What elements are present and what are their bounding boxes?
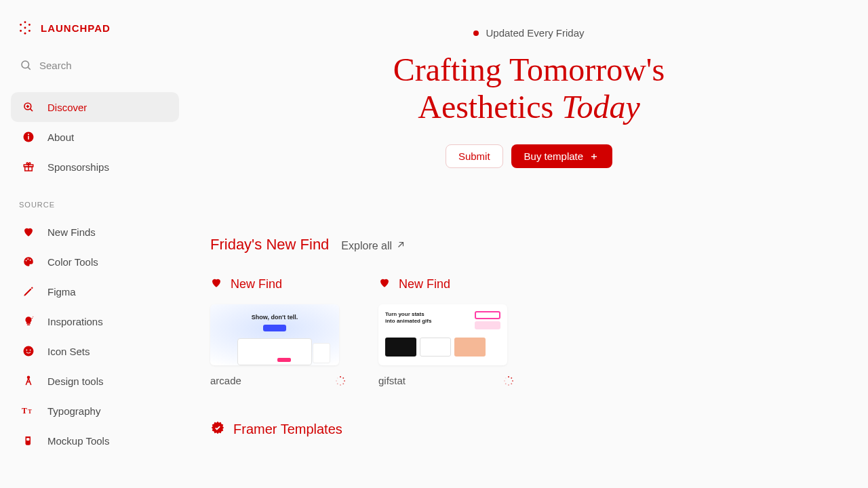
status-dot-icon: [473, 30, 479, 36]
verified-badge-icon: [210, 420, 225, 438]
pen-icon: [22, 285, 35, 298]
explore-all-link[interactable]: Explore all: [341, 240, 406, 252]
svg-point-28: [28, 376, 30, 378]
svg-point-52: [504, 380, 505, 382]
search-input-row[interactable]: [11, 53, 179, 77]
badge-label: New Find: [231, 277, 282, 291]
brand-name: LAUNCHPAD: [41, 22, 111, 34]
section-new-find-header: Friday's New Find Explore all: [210, 236, 848, 253]
nav-item-design-tools[interactable]: Design tools: [11, 366, 179, 396]
hero-title: Crafting Tomorrow's Aesthetics Today: [393, 51, 665, 125]
nav-item-mockup-tools[interactable]: Mockup Tools: [11, 426, 179, 455]
card-arcade[interactable]: New Find Show, don't tell. arcade: [210, 277, 346, 386]
nav-item-sponsorships[interactable]: Sponsorships: [11, 152, 179, 182]
svg-point-19: [26, 260, 27, 262]
nav-label: New Finds: [47, 226, 96, 238]
nav-label: Discover: [47, 102, 87, 113]
update-tag: Updated Every Friday: [473, 27, 584, 39]
svg-point-25: [24, 346, 34, 357]
svg-point-40: [344, 380, 345, 382]
thumb-caption: Show, don't tell.: [252, 314, 298, 321]
svg-point-39: [342, 378, 344, 379]
svg-point-50: [508, 384, 509, 386]
svg-point-49: [511, 383, 512, 384]
svg-rect-14: [28, 136, 29, 140]
nav-item-insporations[interactable]: Insporations: [11, 306, 179, 336]
card-gifstat[interactable]: New Find Turn your stats into animated g…: [378, 277, 514, 386]
nav-item-icon-sets[interactable]: Icon Sets: [11, 336, 179, 366]
card-thumbnail: Show, don't tell.: [210, 304, 339, 365]
svg-point-1: [28, 24, 31, 26]
svg-point-23: [32, 318, 33, 319]
svg-point-48: [512, 380, 513, 382]
svg-point-45: [337, 378, 338, 379]
compass-icon: [22, 374, 35, 388]
nav-label: Insporations: [47, 316, 103, 327]
bulb-icon: [22, 314, 35, 328]
nav-label: Typography: [47, 405, 100, 417]
new-find-cards: New Find Show, don't tell. arcade New Fi…: [210, 277, 848, 386]
submit-button[interactable]: Submit: [446, 144, 503, 168]
svg-point-21: [30, 260, 31, 261]
svg-text:T: T: [28, 409, 32, 415]
svg-rect-34: [26, 438, 30, 441]
info-icon: [22, 130, 35, 144]
card-footer: gifstat: [378, 375, 514, 386]
card-thumbnail: Turn your stats into animated gifs: [378, 304, 507, 365]
search-input[interactable]: [39, 60, 171, 71]
brand-logo[interactable]: LAUNCHPAD: [11, 16, 179, 39]
nav-label: Figma: [47, 286, 76, 298]
svg-point-2: [28, 30, 31, 32]
nav-item-color-tools[interactable]: Color Tools: [11, 247, 179, 277]
nav-label: Color Tools: [47, 256, 98, 268]
type-icon: TT: [22, 404, 35, 418]
smile-icon: [22, 344, 35, 358]
magnifier-plus-icon: [22, 100, 35, 114]
nav-label: Design tools: [47, 375, 104, 387]
thumb-caption: Turn your stats into animated gifs: [385, 311, 433, 324]
svg-point-0: [24, 21, 26, 23]
svg-line-10: [30, 108, 33, 111]
card-badge: New Find: [210, 277, 346, 292]
nav-label: About: [47, 131, 74, 143]
nav-label: Mockup Tools: [47, 435, 109, 447]
nav-item-new-finds[interactable]: New Finds: [11, 217, 179, 247]
gift-icon: [22, 160, 35, 174]
explore-label: Explore all: [341, 240, 392, 252]
svg-point-53: [505, 378, 507, 379]
cup-icon: [22, 434, 35, 447]
heart-icon: [22, 225, 35, 239]
svg-point-27: [30, 350, 31, 351]
svg-point-51: [505, 383, 507, 384]
hero-section: Updated Every Friday Crafting Tomorrow's…: [210, 27, 848, 168]
nav-item-figma[interactable]: Figma: [11, 277, 179, 306]
svg-point-47: [511, 378, 512, 379]
svg-point-20: [27, 258, 28, 260]
nav-item-about[interactable]: About: [11, 122, 179, 152]
svg-point-7: [22, 61, 29, 68]
plus-icon: [589, 151, 599, 162]
nav-label: Icon Sets: [47, 346, 90, 357]
nav-primary: Discover About Sponsorships: [11, 92, 179, 182]
svg-point-4: [20, 30, 22, 32]
svg-point-6: [24, 27, 26, 29]
nav-source: SOURCE New Finds Color Tools Figma Inspo…: [11, 197, 179, 455]
section-title: Framer Templates: [233, 422, 342, 437]
svg-point-42: [340, 384, 341, 386]
card-name: arcade: [210, 375, 241, 386]
svg-line-8: [28, 67, 30, 69]
nav-item-typography[interactable]: TT Typography: [11, 396, 179, 426]
nav-item-discover[interactable]: Discover: [11, 92, 179, 122]
section-title: Friday's New Find: [210, 236, 329, 253]
sidebar: LAUNCHPAD Discover About Sponsorships: [0, 0, 190, 488]
hero-title-line2b: Today: [561, 89, 640, 125]
buy-template-button[interactable]: Buy template: [511, 144, 613, 168]
badge-label: New Find: [399, 277, 450, 291]
loading-spinner-icon: [335, 375, 346, 386]
card-badge: New Find: [378, 277, 514, 292]
brand-mark-icon: [18, 20, 33, 35]
loading-spinner-icon: [503, 375, 514, 386]
main-content: Updated Every Friday Crafting Tomorrow's…: [190, 0, 868, 488]
svg-point-44: [336, 380, 337, 382]
svg-point-24: [33, 317, 33, 317]
